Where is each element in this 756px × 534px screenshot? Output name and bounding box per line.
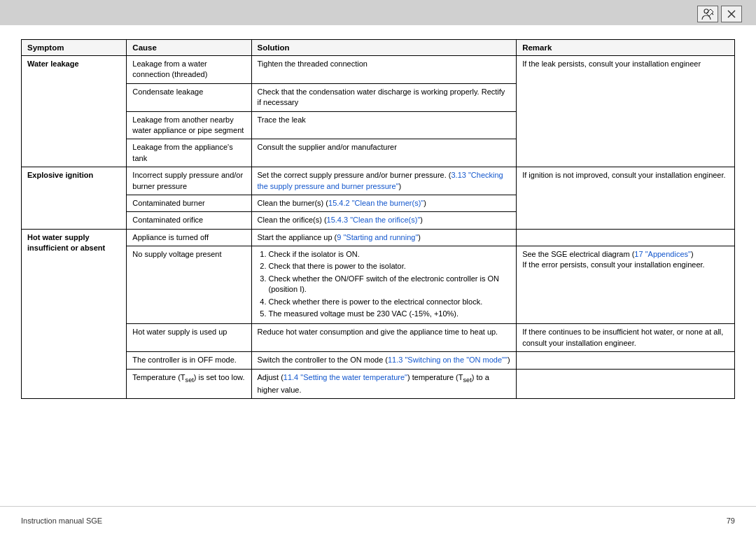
- cause-cell: Appliance is turned off: [127, 229, 251, 246]
- table-row: No supply voltage present Check if the i…: [22, 246, 735, 324]
- list-item: Check whether the ON/OFF switch of the e…: [269, 274, 511, 295]
- top-bar: [0, 0, 756, 25]
- remark-cell: [517, 369, 735, 398]
- table-row: Water leakage Leakage from a water conne…: [22, 56, 735, 84]
- main-content: Symptom Cause Solution Remark Water leak…: [0, 25, 756, 506]
- link-supply-pressure[interactable]: 3.13 "Checking the supply pressure and b…: [258, 171, 503, 190]
- solution-cell: Set the correct supply pressure and/or b…: [251, 167, 517, 195]
- check-list: Check if the isolator is ON. Check that …: [258, 249, 511, 319]
- cause-cell: Condensate leakage: [127, 83, 251, 111]
- solution-cell: Start the appliance up (9 "Starting and …: [251, 229, 517, 246]
- table-row: Hot water supply insufficient or absent …: [22, 229, 735, 246]
- link-appendices[interactable]: 17 "Appendices": [634, 250, 691, 258]
- header-solution: Solution: [251, 40, 517, 56]
- solution-cell: Adjust (11.4 "Setting the water temperat…: [251, 369, 517, 398]
- svg-line-1: [712, 13, 713, 15]
- solution-cell: Clean the burner(s) (15.4.2 "Clean the b…: [251, 195, 517, 211]
- remark-cell: [517, 352, 735, 369]
- cause-cell: Hot water supply is used up: [127, 324, 251, 352]
- footer-right: 79: [727, 517, 735, 525]
- person-tool-icon[interactable]: [697, 6, 718, 22]
- cause-cell: Temperature (Tset) is set too low.: [127, 369, 251, 398]
- footer-left: Instruction manual SGE: [21, 517, 102, 525]
- list-item: The measured voltage must be 230 VAC (-1…: [269, 309, 511, 319]
- link-clean-orifice[interactable]: 15.4.3 "Clean the orifice(s)": [327, 216, 421, 224]
- solution-cell: Reduce hot water consumption and give th…: [251, 324, 517, 352]
- solution-cell: Switch the controller to the ON mode (11…: [251, 352, 517, 369]
- header-remark: Remark: [517, 40, 735, 56]
- list-item: Check if the isolator is ON.: [269, 249, 511, 260]
- header-symptom: Symptom: [22, 40, 127, 56]
- remark-cell: If there continues to be insufficient ho…: [517, 324, 735, 352]
- remark-cell: See the SGE electrical diagram (17 "Appe…: [517, 246, 735, 324]
- cause-cell: Incorrect supply pressure and/or burner …: [127, 167, 251, 195]
- remark-cell: If ignition is not improved, consult you…: [517, 167, 735, 230]
- table-row: The controller is in OFF mode. Switch th…: [22, 352, 735, 369]
- symptom-water-leakage: Water leakage: [22, 56, 127, 167]
- link-setting-water-temp[interactable]: 11.4 "Setting the water temperature": [284, 373, 407, 381]
- svg-point-0: [704, 9, 708, 13]
- solution-cell: Check that the condensation water discha…: [251, 83, 517, 111]
- table-row: Explosive ignition Incorrect supply pres…: [22, 167, 735, 195]
- table-row: Temperature (Tset) is set too low. Adjus…: [22, 369, 735, 398]
- cause-cell: Leakage from a water connection (threade…: [127, 56, 251, 84]
- remark-cell: [517, 229, 735, 246]
- table-row: Hot water supply is used up Reduce hot w…: [22, 324, 735, 352]
- solution-cell: Check if the isolator is ON. Check that …: [251, 246, 517, 324]
- solution-cell: Clean the orifice(s) (15.4.3 "Clean the …: [251, 212, 517, 229]
- remark-cell: If the leak persists, consult your insta…: [517, 56, 735, 167]
- list-item: Check whether there is power to the elec…: [269, 297, 511, 307]
- symptom-explosive-ignition: Explosive ignition: [22, 167, 127, 230]
- cause-cell: Leakage from another nearby water applia…: [127, 111, 251, 139]
- list-item: Check that there is power to the isolato…: [269, 261, 511, 272]
- symptom-hot-water: Hot water supply insufficient or absent: [22, 229, 127, 398]
- cause-cell: Contaminated orifice: [127, 212, 251, 229]
- link-switching-on-mode[interactable]: 11.3 "Switching on the "ON mode"": [388, 356, 507, 364]
- cause-cell: Leakage from the appliance's tank: [127, 139, 251, 167]
- header-cause: Cause: [127, 40, 251, 56]
- icons-container: [697, 6, 742, 22]
- troubleshoot-table: Symptom Cause Solution Remark Water leak…: [21, 39, 735, 399]
- cause-cell: No supply voltage present: [127, 246, 251, 324]
- solution-cell: Trace the leak: [251, 111, 517, 139]
- link-starting-running[interactable]: 9 "Starting and running": [337, 233, 418, 241]
- solution-cell: Tighten the threaded connection: [251, 56, 517, 84]
- cause-cell: Contaminated burner: [127, 195, 251, 211]
- close-icon[interactable]: [721, 6, 742, 22]
- cause-cell: The controller is in OFF mode.: [127, 352, 251, 369]
- solution-cell: Consult the supplier and/or manufacturer: [251, 139, 517, 167]
- link-clean-burner[interactable]: 15.4.2 "Clean the burner(s)": [328, 199, 424, 207]
- footer: Instruction manual SGE 79: [0, 506, 756, 534]
